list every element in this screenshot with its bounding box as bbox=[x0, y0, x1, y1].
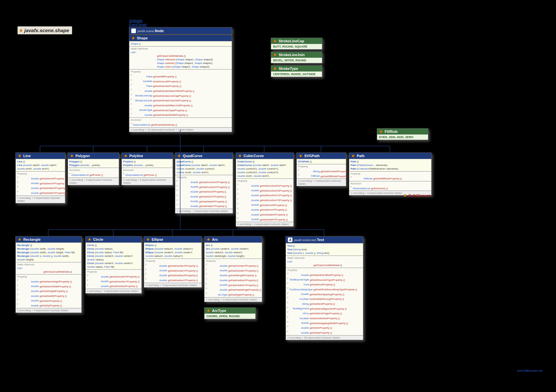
interface-links: Styleable EventTarget bbox=[129, 19, 147, 27]
star-icon bbox=[403, 194, 407, 197]
ctor: Line (double startX, double startY, bbox=[17, 163, 64, 167]
class-header: Ellipse bbox=[144, 237, 202, 242]
property-row: F double get/baselineOffsetProperty () bbox=[287, 272, 362, 277]
statics: Static MethodsList>getClassCssMetaData (… bbox=[16, 262, 81, 274]
property-row: F double get/set/strokeWidthProperty () bbox=[131, 112, 230, 117]
svg-marker-13 bbox=[352, 154, 355, 157]
ctor: Shape () bbox=[131, 42, 230, 46]
enum-header: StrokeLineCap bbox=[271, 38, 322, 44]
property-row: F double get/set/arcHeightProperty () bbox=[17, 279, 80, 283]
svg-marker-4 bbox=[273, 67, 277, 70]
property-row: F double get/set/xProperty () bbox=[17, 298, 80, 303]
label-accessor: Accessor bbox=[351, 182, 430, 185]
package-text: javafx.scene.shape bbox=[24, 28, 69, 33]
shape-hint: 1 overriding + 10 deprecated methods + 1… bbox=[129, 127, 232, 132]
enum-title: StrokeLineJoin bbox=[279, 53, 305, 57]
property-row: F Font get/set/fontProperty () bbox=[287, 281, 362, 286]
ctor: double radius, Paint fill) bbox=[87, 265, 140, 269]
link-styleable[interactable]: Styleable bbox=[129, 19, 142, 23]
property-row: F double get/set/xProperty () bbox=[287, 325, 362, 330]
ctor: QuadCurve () bbox=[177, 160, 231, 163]
star-icon bbox=[351, 154, 355, 158]
svg-marker-15 bbox=[88, 238, 91, 241]
svg-marker-16 bbox=[146, 238, 150, 241]
enum-header: StrokeLineJoin bbox=[271, 52, 322, 58]
star-icon bbox=[238, 154, 242, 158]
star-icon bbox=[146, 237, 150, 241]
property-row: F double get/set/radiusProperty () bbox=[87, 283, 140, 288]
svg-marker-10 bbox=[178, 154, 181, 157]
ctor: Path (CollectionPathElement> elements) bbox=[351, 167, 430, 171]
static-row: List> bbox=[287, 260, 362, 263]
class-title: Ellipse bbox=[152, 237, 163, 241]
property-row: F StrokeLineJoin get/set/strokeLineJoinP… bbox=[131, 97, 230, 102]
class-header: SVGPath bbox=[297, 153, 346, 159]
class-title: CubicCurve bbox=[244, 154, 264, 158]
star-icon bbox=[273, 53, 277, 57]
hint: 1 overriding + 3 deprecated methods hidd… bbox=[175, 209, 233, 213]
property-row: F double get/set/arcWidthProperty () bbox=[17, 283, 80, 288]
enum-strokelinecap: StrokeLineCapBUTT, ROUND, SQUARE bbox=[271, 38, 322, 50]
ctor: Circle (double centerX, double centerY, bbox=[87, 254, 140, 258]
ctor: Arc (double centerX, double centerY, bbox=[206, 247, 261, 251]
ctor: Ellipse (double radiusX, double radiusY) bbox=[145, 247, 200, 251]
property-row: F TextBoundsType get/set/boundsTypePrope… bbox=[287, 277, 362, 282]
svg-marker-12 bbox=[299, 154, 302, 157]
property-row: F StrokeLineCap get/set/strokeLineCapPro… bbox=[131, 93, 230, 98]
property-row: F double get/set/lineSpacingProperty () bbox=[287, 291, 362, 296]
enum-title: StrokeType bbox=[279, 67, 298, 71]
ctor: double startAngle, double length) bbox=[206, 254, 261, 258]
enum-values: BUTT, ROUND, SQUARE bbox=[271, 44, 322, 49]
property-row: F double get/set/centerYProperty () bbox=[206, 268, 261, 273]
ctor: double radiusX, double radiusY) bbox=[145, 254, 200, 258]
svg-marker-7 bbox=[18, 154, 21, 157]
property-row: F boolean is/set/smoothProperty () bbox=[131, 78, 230, 83]
enum-values: CHORD, OPEN, ROUND bbox=[204, 314, 255, 319]
class-ellipse: EllipseEllipse ()Ellipse (double radiusX… bbox=[144, 236, 202, 288]
properties: PropertyF double get/set/endXProperty ()… bbox=[16, 171, 65, 196]
link-eventtarget[interactable]: EventTarget bbox=[129, 23, 147, 27]
node-header: ◧ javafx.scene.Node bbox=[129, 28, 232, 34]
ctor: Ellipse () bbox=[145, 243, 200, 247]
property-row: F double get/set/widthProperty () bbox=[17, 293, 80, 298]
abstract-icon: A bbox=[288, 237, 292, 242]
class-polygon: PolygonPolygon ()Polygon (double... poin… bbox=[68, 153, 119, 185]
svg-marker-0 bbox=[19, 29, 23, 32]
hint: 1 overriding + 3 deprecated methods hidd… bbox=[236, 222, 293, 226]
property-row: F double get/set/strokeDashOffsetPropert… bbox=[131, 88, 230, 93]
constructors: SVGPath () bbox=[297, 159, 346, 164]
constructors: Arc ()Arc (double centerX, double center… bbox=[204, 242, 262, 258]
ctor: Circle (double centerX, double centerY, bbox=[87, 261, 140, 265]
property-row: F double get/set/endYProperty () bbox=[177, 194, 231, 198]
svg-marker-1 bbox=[132, 36, 135, 40]
class-text: Ajavafx.scene.text.TextText ()Text (Stri… bbox=[286, 236, 363, 340]
label-property: Property bbox=[17, 172, 64, 175]
ctor: Rectangle (double width, double height) bbox=[17, 247, 80, 251]
property-row: F double get/set/centerYProperty () bbox=[87, 279, 140, 283]
node-pkg: javafx.scene. bbox=[138, 30, 155, 33]
node-name: Node bbox=[155, 29, 164, 33]
ctor: Polygon (double... points) bbox=[69, 163, 118, 167]
hint: 2 overriding + 4 deprecated methods hidd… bbox=[16, 308, 81, 313]
star-icon bbox=[206, 309, 210, 313]
class-path: PathPath ()Path (PathElement... elements… bbox=[349, 153, 432, 196]
class-arc: ArcArc ()Arc (double centerX, double cen… bbox=[204, 236, 262, 302]
property-row: F double get/set/startYProperty () bbox=[237, 217, 292, 221]
ctor: double endX, double endY) bbox=[177, 171, 231, 174]
property-row: F double get/set/radiusXProperty () bbox=[206, 277, 261, 282]
property-row: F double get/set/endXProperty () bbox=[17, 175, 64, 180]
label-static: Static Methods bbox=[287, 257, 362, 259]
shape-statics: Static Methods List>getClassCssMetaData … bbox=[129, 46, 232, 69]
link-pathelement[interactable]: PathElement bbox=[403, 194, 430, 197]
enum-header: StrokeType bbox=[271, 66, 322, 72]
svg-marker-2 bbox=[273, 39, 277, 43]
property-row: F Paint get/set/strokeProperty () bbox=[131, 83, 230, 88]
hint: 1 overriding + 6 deprecated methods hidd… bbox=[16, 196, 65, 203]
enum-arctype: ArcTypeCHORD, OPEN, ROUND bbox=[204, 307, 256, 319]
ctor: QuadCurve (double startX, double startY, bbox=[177, 163, 231, 167]
ctor: Rectangle (double x, double y, double wi… bbox=[17, 254, 80, 258]
property-row: F double get/set/centerXProperty () bbox=[87, 274, 140, 279]
shape-title: Shape bbox=[137, 36, 148, 40]
property-row: F double get/set/endYProperty () bbox=[237, 207, 292, 212]
property-row: F double get/set/startAngleProperty () bbox=[206, 287, 261, 292]
